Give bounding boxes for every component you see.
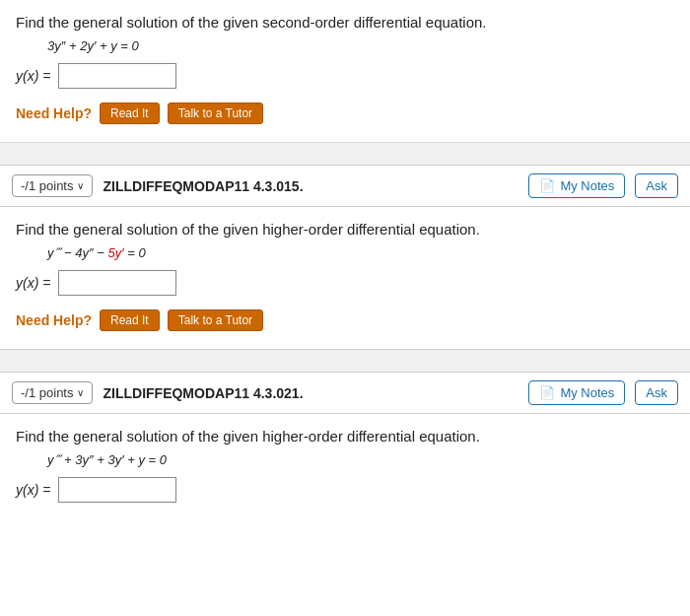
problem-3-points-text: -/1 points	[21, 385, 73, 400]
top-answer-label: y(x) =	[16, 68, 50, 84]
problem-2-points-text: -/1 points	[21, 178, 73, 193]
top-equation: 3y″ + 2y′ + y = 0	[47, 38, 674, 53]
problem-2-need-help-label: Need Help?	[16, 312, 92, 328]
problem-2-need-help-row: Need Help? Read It Talk to a Tutor	[16, 309, 674, 331]
spacer-1	[0, 143, 690, 165]
problem-2-body: Find the general solution of the given h…	[0, 207, 690, 349]
top-answer-row: y(x) =	[16, 63, 674, 89]
problem-2-points-badge[interactable]: -/1 points ∨	[12, 174, 93, 197]
problem-3-header: -/1 points ∨ ZILLDIFFEQMODAP11 4.3.021. …	[0, 373, 690, 414]
problem-2-my-notes-button[interactable]: 📄 My Notes	[528, 173, 625, 198]
problem-3-chevron-icon: ∨	[77, 387, 84, 398]
problem-2-answer-input[interactable]	[58, 270, 176, 296]
top-talk-tutor-button[interactable]: Talk to a Tutor	[168, 103, 263, 124]
top-need-help-label: Need Help?	[16, 105, 92, 121]
problem-2-answer-label: y(x) =	[16, 275, 50, 291]
problem-2-talk-tutor-button[interactable]: Talk to a Tutor	[168, 309, 263, 331]
spacer-2	[0, 350, 690, 372]
notes-icon-3: 📄	[539, 385, 555, 400]
top-problem-section: Find the general solution of the given s…	[0, 0, 690, 143]
top-question-text: Find the general solution of the given s…	[16, 14, 674, 31]
problem-2-my-notes-label: My Notes	[560, 178, 614, 193]
problem-3-answer-input[interactable]	[58, 477, 176, 503]
problem-2-read-it-button[interactable]: Read It	[100, 309, 160, 331]
problem-3-answer-label: y(x) =	[16, 482, 50, 498]
problem-2-answer-row: y(x) =	[16, 270, 674, 296]
problem-3-body: Find the general solution of the given h…	[0, 414, 690, 534]
top-answer-input[interactable]	[58, 63, 176, 89]
problem-3-id: ZILLDIFFEQMODAP11 4.3.021.	[103, 385, 518, 401]
problem-2-header: -/1 points ∨ ZILLDIFFEQMODAP11 4.3.015. …	[0, 166, 690, 207]
problem-3-my-notes-label: My Notes	[560, 385, 614, 400]
problem-3-points-badge[interactable]: -/1 points ∨	[12, 381, 93, 404]
problem-2-equation: y‴ − 4y″ − 5y′ = 0	[47, 245, 674, 260]
notes-icon: 📄	[539, 178, 555, 193]
problem-section-2: -/1 points ∨ ZILLDIFFEQMODAP11 4.3.015. …	[0, 165, 690, 350]
top-read-it-button[interactable]: Read It	[100, 103, 160, 124]
problem-2-question: Find the general solution of the given h…	[16, 221, 674, 238]
problem-3-my-notes-button[interactable]: 📄 My Notes	[528, 380, 625, 405]
problem-3-equation: y‴ + 3y″ + 3y′ + y = 0	[47, 452, 674, 467]
problem-2-ask-button[interactable]: Ask	[635, 173, 678, 198]
problem-2-chevron-icon: ∨	[77, 180, 84, 191]
problem-3-question: Find the general solution of the given h…	[16, 428, 674, 445]
problem-3-answer-row: y(x) =	[16, 477, 674, 503]
problem-3-ask-button[interactable]: Ask	[635, 380, 678, 405]
problem-section-3: -/1 points ∨ ZILLDIFFEQMODAP11 4.3.021. …	[0, 372, 690, 534]
top-need-help-row: Need Help? Read It Talk to a Tutor	[16, 103, 674, 124]
problem-2-id: ZILLDIFFEQMODAP11 4.3.015.	[103, 178, 518, 194]
